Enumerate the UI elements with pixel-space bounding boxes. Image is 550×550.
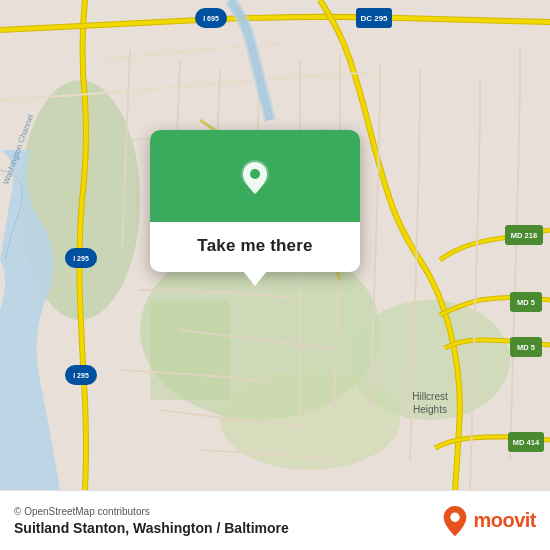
- popup-tail: [243, 271, 267, 286]
- popup-header: [150, 130, 360, 222]
- svg-point-26: [250, 169, 260, 179]
- svg-text:DC 295: DC 295: [360, 14, 388, 23]
- moovit-pin-icon: [441, 504, 469, 538]
- popup-card: Take me there: [150, 130, 360, 272]
- svg-text:I 695: I 695: [203, 15, 219, 22]
- location-pin-icon: [231, 154, 279, 202]
- svg-text:MD 414: MD 414: [513, 438, 540, 447]
- popup-button-area[interactable]: Take me there: [150, 222, 360, 272]
- osm-credit: © OpenStreetMap contributors: [14, 506, 289, 517]
- svg-text:I 295: I 295: [73, 255, 89, 262]
- svg-text:Heights: Heights: [413, 404, 447, 415]
- moovit-text: moovit: [473, 509, 536, 532]
- svg-rect-4: [150, 300, 230, 400]
- location-title: Suitland Stanton, Washington / Baltimore: [14, 520, 289, 536]
- bottom-bar: © OpenStreetMap contributors Suitland St…: [0, 490, 550, 550]
- take-me-there-button[interactable]: Take me there: [197, 236, 312, 256]
- svg-text:MD 5: MD 5: [517, 298, 535, 307]
- svg-text:Hillcrest: Hillcrest: [412, 391, 448, 402]
- moovit-logo: moovit: [441, 504, 536, 538]
- svg-text:MD 5: MD 5: [517, 343, 535, 352]
- svg-text:MD 218: MD 218: [511, 231, 537, 240]
- svg-text:I 295: I 295: [73, 372, 89, 379]
- map-container: Washington Channel: [0, 0, 550, 490]
- svg-point-27: [451, 512, 460, 521]
- bottom-left: © OpenStreetMap contributors Suitland St…: [14, 506, 289, 536]
